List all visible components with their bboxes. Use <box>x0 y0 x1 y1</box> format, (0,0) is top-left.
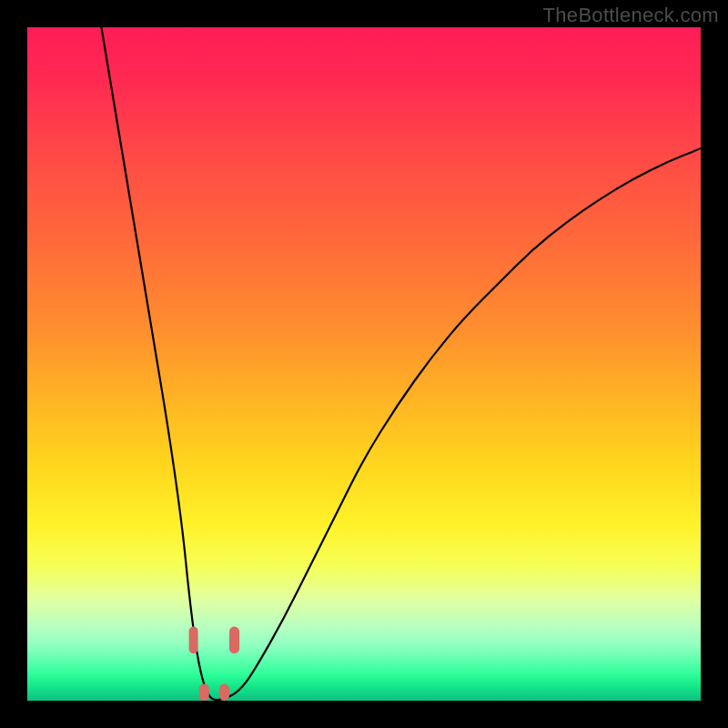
chart-frame: TheBottleneck.com <box>0 0 728 728</box>
marker-group <box>189 627 240 701</box>
curve-svg <box>27 27 701 701</box>
plot-area <box>27 27 701 701</box>
curve-marker <box>219 684 229 702</box>
bottleneck-curve-path <box>101 27 701 700</box>
curve-marker <box>189 627 198 654</box>
curve-marker <box>229 627 239 654</box>
curve-marker <box>199 684 209 702</box>
watermark-text: TheBottleneck.com <box>543 4 719 27</box>
